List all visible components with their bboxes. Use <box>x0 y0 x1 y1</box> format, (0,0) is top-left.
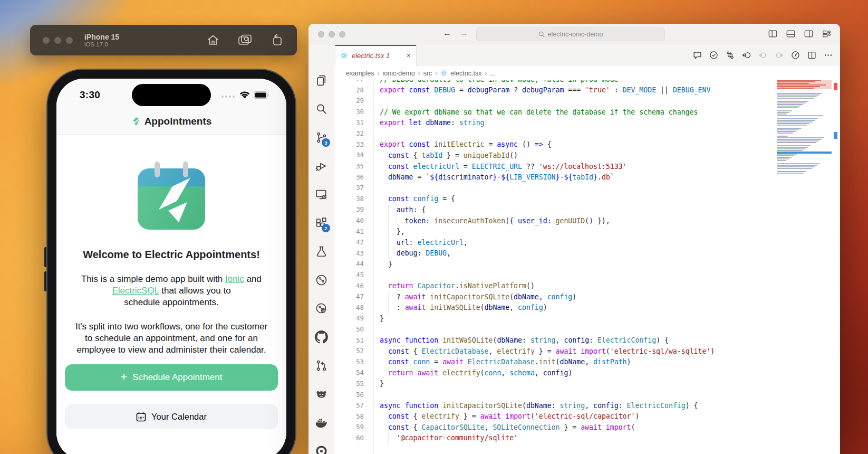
code-line-29[interactable]: 29 <box>334 96 840 107</box>
close-tab-icon[interactable]: × <box>407 52 411 59</box>
code-line-55[interactable]: 55} <box>334 379 840 390</box>
code-text: '@capacitor-community/sqlite' <box>380 434 518 442</box>
run-profile-icon[interactable] <box>791 51 800 62</box>
activity-circleci-icon[interactable] <box>308 437 334 454</box>
minimap[interactable] <box>777 78 832 374</box>
code-line-49[interactable]: 49} <box>334 313 840 324</box>
minimize-button[interactable] <box>54 37 61 44</box>
code-line-46[interactable]: 46 return Capacitor.isNativePlatform() <box>334 280 840 291</box>
code-line-56[interactable]: 56 <box>334 389 840 400</box>
line-number: 50 <box>334 326 364 333</box>
activity-docker-icon[interactable] <box>308 408 334 437</box>
code-line-42[interactable]: 42 url: electricUrl, <box>334 237 840 248</box>
code-line-43[interactable]: 43 debug: DEBUG, <box>334 248 840 259</box>
activity-github-icon[interactable] <box>308 323 334 351</box>
code-line-52[interactable]: 52 const { ElectricDatabase, electrify }… <box>334 346 840 357</box>
code-line-53[interactable]: 53 const conn = await ElectricDatabase.i… <box>334 356 840 367</box>
code-line-34[interactable]: 34 const { tabId } = uniqueTabId() <box>334 150 840 161</box>
code-line-54[interactable]: 54 return await electrify(conn, schema, … <box>334 367 840 379</box>
breadcrumb-item[interactable]: examples <box>346 70 374 77</box>
code-line-50[interactable]: 50 <box>334 324 840 335</box>
activity-git-history-search-icon[interactable] <box>308 294 334 323</box>
breadcrumb[interactable]: examples›ionic-demo›src›electric.tsx›... <box>334 66 840 80</box>
code-line-37[interactable]: 37 <box>334 183 840 194</box>
your-calendar-button[interactable]: Your Calendar <box>65 404 278 429</box>
activity-run-debug-icon[interactable] <box>308 152 334 180</box>
open-changes-icon[interactable] <box>742 51 751 62</box>
tab-bar[interactable]: electric.tsx 1 × <box>308 45 840 67</box>
minimize-button[interactable] <box>329 31 335 37</box>
electricsql-link[interactable]: ElectricSQL <box>112 286 159 296</box>
code-line-51[interactable]: 51async function initWaSQLite(dbName: st… <box>334 335 840 346</box>
code-line-33[interactable]: 33export const initElectric = async () =… <box>334 139 840 150</box>
code-line-47[interactable]: 47 ? await initCapacitorSQLite(dbName, c… <box>334 291 840 302</box>
code-line-38[interactable]: 38 const config = { <box>334 194 840 205</box>
activity-testing-icon[interactable] <box>308 237 334 266</box>
customize-layout-icon[interactable] <box>822 29 832 39</box>
code-line-45[interactable]: 45 <box>334 270 840 281</box>
battery-icon <box>254 91 269 101</box>
code-line-30[interactable]: 30// We export dbName so that we can del… <box>334 107 840 118</box>
code-line-57[interactable]: 57async function initCapacitorSQLite(dbN… <box>334 400 840 411</box>
close-button[interactable] <box>43 37 50 44</box>
tab-electric-tsx[interactable]: electric.tsx 1 × <box>335 45 417 66</box>
close-button[interactable] <box>318 31 324 37</box>
activity-copilot-icon[interactable] <box>308 380 334 408</box>
code-line-40[interactable]: 40 token: insecureAuthToken({ user_id: g… <box>334 215 840 226</box>
line-number: 57 <box>334 402 364 409</box>
rotate-icon[interactable] <box>271 33 283 47</box>
more-actions-icon[interactable] <box>824 51 833 62</box>
line-number: 44 <box>334 260 364 268</box>
comment-icon[interactable] <box>693 51 702 62</box>
activity-git-circle-icon[interactable] <box>308 266 334 294</box>
toggle-secondary-sidebar-icon[interactable] <box>804 29 814 39</box>
code-line-32[interactable]: 32 <box>334 128 840 139</box>
breadcrumb-item[interactable]: ... <box>490 70 495 77</box>
nav-back-circle-icon[interactable] <box>758 51 767 62</box>
activity-extensions-icon[interactable]: 2 <box>308 209 334 237</box>
code-editor[interactable]: 27// DEBUG defaults to true in dev mode,… <box>334 74 840 454</box>
activity-remote-simulator-icon[interactable] <box>308 180 334 209</box>
code-line-36[interactable]: 36 dbName = `${discriminator}-${LIB_VERS… <box>334 172 840 183</box>
code-line-35[interactable]: 35 const electricUrl = ELECTRIC_URL ?? '… <box>334 161 840 172</box>
toggle-primary-sidebar-icon[interactable] <box>768 29 778 39</box>
titlebar[interactable]: ← → electric-ionic-demo <box>308 24 840 45</box>
simulator-toolbar[interactable]: iPhone 15 iOS 17.0 <box>30 25 297 55</box>
split-editor-icon[interactable] <box>807 51 816 62</box>
breadcrumb-item[interactable]: ionic-demo <box>383 70 415 77</box>
zoom-button[interactable] <box>66 37 73 44</box>
breadcrumb-item[interactable]: electric.tsx <box>450 70 481 77</box>
simulator-window-controls <box>43 37 73 44</box>
wifi-icon <box>239 91 250 101</box>
code-line-48[interactable]: 48 : await initWaSQLite(dbName, config) <box>334 302 840 313</box>
code-line-39[interactable]: 39 auth: { <box>334 204 840 215</box>
toggle-panel-icon[interactable] <box>786 29 796 39</box>
code-line-44[interactable]: 44 } <box>334 259 840 270</box>
activity-pull-request-icon[interactable] <box>308 351 334 380</box>
code-line-58[interactable]: 58 const { electrify } = await import('e… <box>334 411 840 422</box>
git-compare-icon[interactable] <box>726 51 735 62</box>
activity-search-icon[interactable] <box>308 94 334 123</box>
code-line-28[interactable]: 28export const DEBUG = debugParam ? debu… <box>334 85 840 96</box>
code-line-31[interactable]: 31export let dbName: string <box>334 117 840 128</box>
nav-forward-circle-icon[interactable] <box>775 51 784 62</box>
intro-paragraph: This is a simple demo app built with Ion… <box>71 273 272 308</box>
plus-icon: + <box>121 371 128 383</box>
command-center-search[interactable]: electric-ionic-demo <box>476 27 665 41</box>
ionic-link[interactable]: Ionic <box>225 274 244 284</box>
code-line-59[interactable]: 59 const { CapacitorSQLite, SQLiteConnec… <box>334 422 840 433</box>
code-line-60[interactable]: 60 '@capacitor-community/sqlite' <box>334 433 840 444</box>
history-forward-button[interactable]: → <box>460 29 468 38</box>
breadcrumb-item[interactable]: src <box>423 70 432 77</box>
screenshot-icon[interactable] <box>238 34 253 46</box>
activity-explorer-icon[interactable] <box>308 66 334 94</box>
code-line-41[interactable]: 41 }, <box>334 226 840 237</box>
activity-source-control-icon[interactable]: 3 <box>308 123 334 152</box>
zoom-button[interactable] <box>339 31 345 37</box>
home-icon[interactable] <box>206 33 220 47</box>
tasks-check-icon[interactable] <box>709 51 718 62</box>
history-back-button[interactable]: ← <box>443 29 451 38</box>
schedule-appointment-button[interactable]: + Schedule Appointment <box>65 364 278 391</box>
line-number: 52 <box>334 347 364 355</box>
line-number: 39 <box>334 206 364 213</box>
